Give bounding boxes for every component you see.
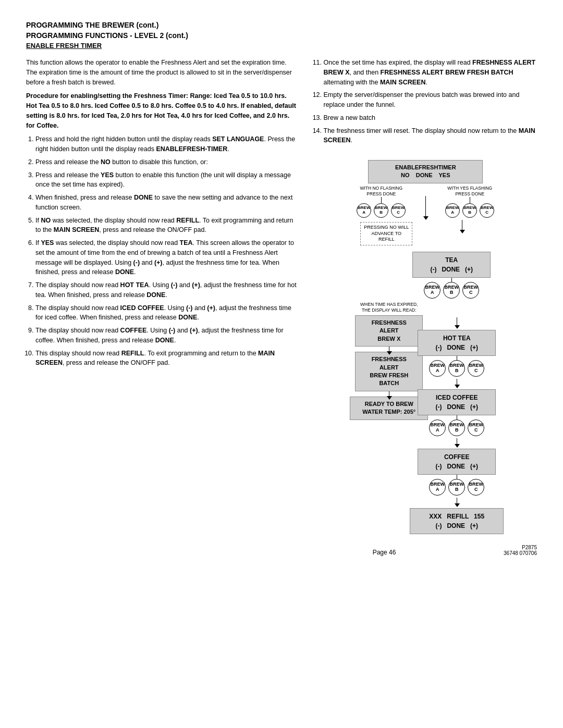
step-10: This display should now read REFILL. To … [35, 349, 299, 368]
steps-right-list: Once the set time has expired, the displ… [314, 58, 537, 149]
brew-b-hot-tea: BREWB [448, 360, 465, 377]
when-expired-note: WHEN TIME HAS EXPIRED,THE DISPLAY WILL R… [360, 302, 418, 313]
flow-diagram: ENABLEFRESHTIMERNO DONE YES WITH NO FLAS… [337, 160, 514, 534]
with-no-note: WITH NO FLASHINGPRESS DONE [360, 186, 402, 197]
brew-b-btn-top-right: BREWB [462, 203, 477, 218]
page-footer: Page 46 P2875 36748 070706 [26, 545, 537, 556]
brew-a-coffee: BREWA [429, 479, 446, 496]
brew-c-btn-top-left: BREWC [391, 203, 406, 218]
step-11: Once the set time has expired, the displ… [324, 58, 537, 87]
brew-c-tea: BREWC [462, 282, 479, 299]
step-2: Press and release the NO button to disab… [35, 157, 299, 167]
step-5: If NO was selected, the display should n… [35, 216, 299, 236]
step-1: Press and hold the right hidden button u… [35, 134, 299, 154]
brew-a-tea: BREWA [424, 282, 440, 299]
title3: ENABLE FRESH TIMER [26, 42, 537, 50]
brew-a-iced-coffee: BREWA [429, 419, 446, 436]
with-yes-note: WITH YES FLASHINGPRESS DONE [447, 186, 492, 197]
brew-a-hot-tea: BREWA [429, 360, 446, 377]
doc-reference: P2875 36748 070706 [504, 545, 537, 556]
step-3: Press and release the YES button to enab… [35, 170, 299, 190]
title1: PROGRAMMING THE BREWER (cont.) [26, 21, 537, 29]
steps-list: Press and hold the right hidden button u… [26, 134, 299, 368]
two-col-layout: This function allows the operator to ena… [26, 58, 537, 534]
page-number: Page 46 [265, 549, 504, 556]
ref2: 36748 070706 [504, 550, 537, 556]
enablefreshtimer-box: ENABLEFRESHTIMERNO DONE YES [368, 160, 483, 183]
hot-tea-done-box: HOT TEA(-) DONE (+) [418, 330, 496, 356]
brew-a-btn-top-right: BREWA [445, 203, 460, 218]
brew-b-tea: BREWB [443, 282, 460, 299]
brew-c-hot-tea: BREWC [468, 360, 484, 377]
brew-c-btn-top-right: BREWC [480, 203, 494, 218]
pressing-no-box: PRESSING NO WILLADVANCE TOREFILL [360, 222, 412, 245]
step-12: Empty the server/dispenser the previous … [324, 90, 537, 110]
brew-c-iced-coffee: BREWC [468, 419, 484, 436]
header-section: PROGRAMMING THE BREWER (cont.) PROGRAMMI… [26, 21, 537, 53]
page-container: PROGRAMMING THE BREWER (cont.) PROGRAMMI… [26, 21, 537, 556]
brew-a-btn-top-left: BREWA [357, 203, 371, 218]
ref1: P2875 [504, 545, 537, 550]
right-column: Once the set time has expired, the displ… [314, 58, 537, 534]
step-8: The display should now read ICED COFFEE.… [35, 303, 299, 323]
step-7: The display should now read HOT TEA. Usi… [35, 280, 299, 300]
step-4: When finished, press and release DONE to… [35, 193, 299, 213]
brew-c-coffee: BREWC [468, 479, 484, 496]
bold-paragraph: Procedure for enabling/setting the Fresh… [26, 91, 299, 130]
iced-coffee-done-box: ICED COFFEE(-) DONE (+) [418, 389, 496, 415]
brew-b-coffee: BREWB [448, 479, 465, 496]
step-13: Brew a new batch [324, 113, 537, 123]
step-9: The display should now read COFFEE. Usin… [35, 326, 299, 346]
title2: PROGRAMMING FUNCTIONS - LEVEL 2 (cont.) [26, 31, 537, 40]
step-6: If YES was selected, the display should … [35, 238, 299, 277]
step-14: The freshness timer will reset. The disp… [324, 126, 537, 146]
tea-done-box: TEA(-) DONE (+) [412, 252, 491, 278]
coffee-done-box: COFFEE(-) DONE (+) [418, 449, 496, 475]
brew-b-iced-coffee: BREWB [448, 419, 465, 436]
intro-paragraph: This function allows the operator to ena… [26, 58, 299, 87]
refill-done-box: XXX REFILL 155(-) DONE (+) [410, 508, 504, 534]
brew-b-btn-top-left: BREWB [374, 203, 388, 218]
left-column: This function allows the operator to ena… [26, 58, 299, 534]
